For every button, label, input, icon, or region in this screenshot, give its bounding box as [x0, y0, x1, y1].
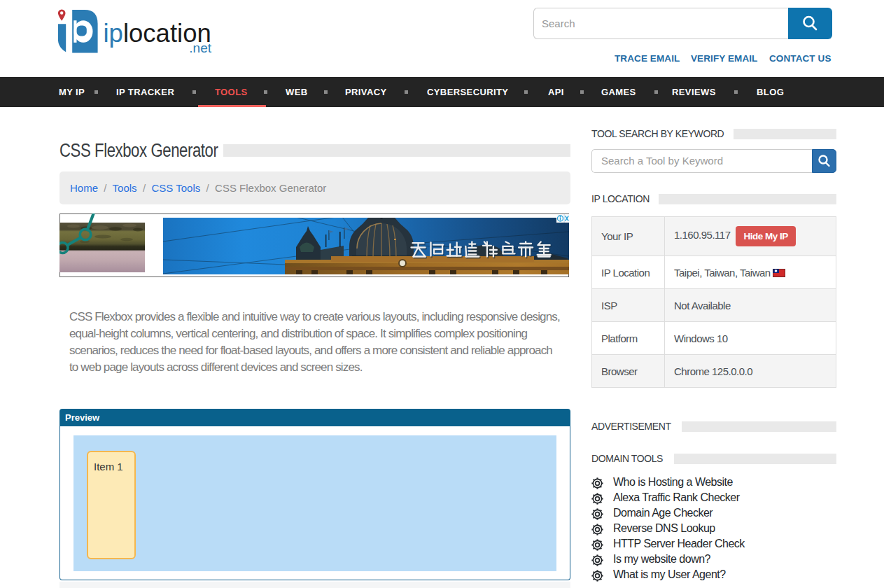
svg-text:.net: .net: [189, 41, 211, 55]
